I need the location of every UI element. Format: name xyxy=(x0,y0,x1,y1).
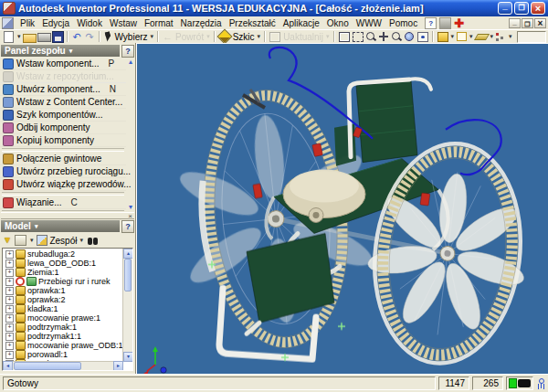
save-icon[interactable] xyxy=(52,31,64,43)
orbit-icon[interactable] xyxy=(404,31,416,42)
restore-icon[interactable] xyxy=(514,2,529,15)
print-icon[interactable] xyxy=(37,33,51,42)
expander-icon[interactable]: + xyxy=(5,250,14,259)
panel-item[interactable]: Utwórz przebieg rurociągu... xyxy=(0,165,126,178)
panel-item[interactable]: Wstaw komponent...P xyxy=(0,58,126,70)
menu-item-widok[interactable]: Widok xyxy=(73,18,106,28)
chevron-down-icon[interactable]: ▾ xyxy=(508,33,513,40)
menu-item-narzędzia[interactable]: Narzędzia xyxy=(177,18,226,28)
tree-item[interactable]: +mocowanie prawe:1 xyxy=(4,313,123,323)
redo-icon[interactable]: ↷ xyxy=(84,31,96,42)
zoom-window-icon[interactable] xyxy=(353,32,364,42)
sketch-tool[interactable]: Szkic ▾ xyxy=(218,30,261,43)
panel-item[interactable]: Wiązanie...C xyxy=(0,196,126,209)
menu-item-aplikacje[interactable]: Aplikacje xyxy=(279,18,323,28)
scroll-down-icon[interactable]: ▾ xyxy=(123,352,133,362)
doc-close-icon[interactable] xyxy=(534,18,546,28)
tree-item[interactable]: +Ziemia:1 xyxy=(4,268,123,277)
chevron-down-icon[interactable]: ▾ xyxy=(35,223,38,230)
panel-item[interactable]: Odbij komponenty xyxy=(0,122,126,134)
scrollbar-thumb[interactable] xyxy=(124,259,132,291)
panel-item[interactable]: Utwórz wiązkę przewodów... xyxy=(0,178,126,191)
document-icon[interactable] xyxy=(2,17,14,29)
expander-icon[interactable]: + xyxy=(5,278,14,286)
select-tool[interactable]: Wybierz ▾ xyxy=(103,31,155,42)
find-icon[interactable] xyxy=(87,236,99,246)
panel-splitter[interactable]: × xyxy=(1,212,134,219)
structure-mode-icon[interactable] xyxy=(495,31,507,42)
expander-icon[interactable]: + xyxy=(5,287,14,295)
chevron-down-icon[interactable]: ▾ xyxy=(450,33,456,40)
chevron-down-icon[interactable]: ▾ xyxy=(469,33,474,40)
tree-vertical-scrollbar[interactable]: ▴ ▾ xyxy=(122,249,132,362)
scroll-left-icon[interactable]: ◂ xyxy=(3,361,13,371)
expander-icon[interactable]: + xyxy=(5,305,14,313)
model-panel-title-bar[interactable]: Model ▾ xyxy=(1,220,120,232)
menu-item-pomoc[interactable]: Pomoc xyxy=(385,18,421,28)
tree-horizontal-scrollbar[interactable]: ◂ ▸ xyxy=(3,361,123,370)
model-help-icon[interactable]: ? xyxy=(121,220,134,233)
menu-item-okno[interactable]: Okno xyxy=(323,18,353,28)
menu-item-przekształć[interactable]: Przekształć xyxy=(226,18,279,28)
scroll-up-icon[interactable]: ▴ xyxy=(129,58,132,66)
undo-icon[interactable]: ↶ xyxy=(71,31,83,42)
panel-item[interactable]: Szyk komponentów... xyxy=(0,109,126,122)
panel-item[interactable]: Połączenie gwintowe xyxy=(0,153,126,165)
panel-scrollbar[interactable]: ▴▾ xyxy=(126,58,135,211)
chevron-down-icon[interactable]: ▾ xyxy=(29,237,35,244)
chevron-down-icon[interactable]: ▾ xyxy=(150,33,155,40)
close-icon[interactable] xyxy=(531,2,545,15)
assembly-panel-title-bar[interactable]: Panel zespołu ▾ xyxy=(1,45,120,57)
3d-viewport[interactable] xyxy=(136,43,548,375)
tree-item[interactable]: +podtrzymak1:1 xyxy=(4,332,123,341)
chevron-down-icon[interactable]: ▾ xyxy=(69,48,73,55)
expander-icon[interactable]: + xyxy=(5,323,14,332)
expander-icon[interactable]: + xyxy=(5,342,14,350)
scroll-up-icon[interactable]: ▴ xyxy=(123,249,133,259)
menu-item-plik[interactable]: Plik xyxy=(16,18,38,28)
new-file-icon[interactable] xyxy=(4,31,14,43)
chevron-down-icon[interactable]: ▾ xyxy=(257,33,262,40)
expander-icon[interactable]: + xyxy=(5,333,14,341)
doc-restore-icon[interactable] xyxy=(522,18,533,28)
dof-indicator-icon[interactable] xyxy=(536,377,545,389)
zoom-selected-icon[interactable] xyxy=(391,31,403,42)
filter-icon[interactable]: ▼ xyxy=(3,235,12,246)
menu-item-wstaw[interactable]: Wstaw xyxy=(106,18,141,28)
minimize-icon[interactable] xyxy=(498,2,512,15)
tree-item[interactable]: +podtrzymak:1 xyxy=(4,323,123,332)
panel-help-icon[interactable]: ? xyxy=(121,45,134,58)
tree-item[interactable]: +lewa_ODB_ODB:1 xyxy=(4,259,123,268)
scrollbar-thumb[interactable] xyxy=(14,362,81,370)
tree-item[interactable]: +srubadluga:2 xyxy=(4,249,123,259)
look-at-icon[interactable] xyxy=(417,32,428,42)
menu-item-www[interactable]: WWW xyxy=(353,18,385,28)
shaded-display-icon[interactable] xyxy=(437,32,448,42)
panel-item[interactable]: Utwórz komponent...N xyxy=(0,83,126,96)
panel-item[interactable]: Kopiuj komponenty xyxy=(0,134,126,147)
scroll-down-icon[interactable]: ▾ xyxy=(129,203,132,211)
expander-icon[interactable]: + xyxy=(5,314,14,323)
panel-item[interactable]: Wstaw z Content Center... xyxy=(0,96,126,109)
tree-item[interactable]: +mocowanie prawe_ODB:1 xyxy=(4,341,123,350)
expander-icon[interactable]: + xyxy=(5,296,14,304)
zoom-all-icon[interactable] xyxy=(339,32,350,42)
chevron-down-icon[interactable]: ▾ xyxy=(490,33,495,40)
menu-item-edycja[interactable]: Edycja xyxy=(38,18,73,28)
panel-close-icon[interactable]: × xyxy=(128,214,134,218)
zoom-icon[interactable] xyxy=(365,31,377,42)
help-icon[interactable]: ? xyxy=(425,17,437,29)
scroll-right-icon[interactable]: ▸ xyxy=(113,361,123,371)
doc-minimize-icon[interactable] xyxy=(509,18,521,28)
assembly-view-selector[interactable]: Zespół ▾ xyxy=(37,235,84,246)
tree-item[interactable]: +oprawka:2 xyxy=(4,295,123,304)
tree-item[interactable]: +kladka:1 xyxy=(4,304,123,313)
expander-icon[interactable]: + xyxy=(5,260,14,268)
expander-icon[interactable]: + xyxy=(5,351,14,359)
tree-item[interactable]: +Przebiegi rur i rurek xyxy=(4,277,123,286)
open-file-icon[interactable] xyxy=(23,34,37,43)
chevron-down-icon[interactable]: ▾ xyxy=(79,237,84,244)
hidden-edge-display-icon[interactable] xyxy=(457,32,467,41)
menu-item-format[interactable]: Format xyxy=(141,18,177,28)
browser-options-icon[interactable] xyxy=(15,235,26,246)
